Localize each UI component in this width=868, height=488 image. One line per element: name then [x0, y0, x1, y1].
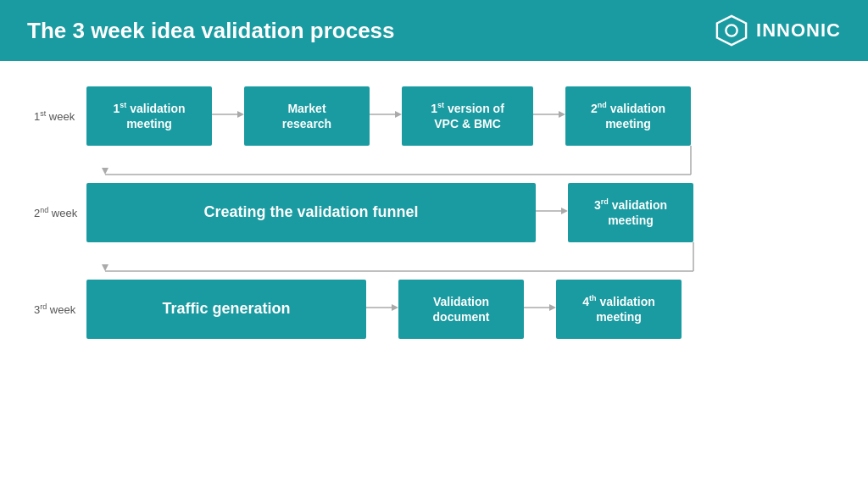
svg-marker-15 [102, 264, 108, 271]
logo: INNONIC [715, 14, 841, 47]
week3-row: 3rd week Traffic generation Validationdo… [34, 280, 834, 339]
svg-marker-0 [717, 16, 746, 45]
process-diagram: 1st week 1st validationmeeting Marketres… [34, 86, 834, 339]
week3-label: 3rd week [34, 302, 86, 316]
week2-row: 2nd week Creating the validation funnel … [34, 183, 834, 242]
arrow-1b-1c [370, 106, 402, 126]
arrow-3b-3c [524, 299, 556, 319]
week2-label: 2nd week [34, 206, 86, 219]
week3-boxes: Traffic generation Validationdocument [86, 280, 834, 339]
l-connector-svg-1 [86, 146, 705, 183]
header: The 3 week idea validation process INNON… [0, 0, 868, 61]
arrow-2a-2b [536, 202, 568, 223]
connector-row1-row2 [86, 146, 834, 183]
arrow-1a-1b [212, 106, 244, 126]
main-content: 1st week 1st validationmeeting Marketres… [0, 61, 868, 356]
box-vpc-bmc: 1st version ofVPC & BMC [402, 86, 533, 146]
l-connector-svg-2 [86, 242, 705, 280]
week1-label: 1st week [34, 109, 86, 123]
week1-boxes: 1st validationmeeting Marketresearch [86, 86, 834, 146]
svg-marker-5 [395, 111, 402, 118]
box-validation-document: Validationdocument [398, 280, 524, 339]
svg-marker-19 [549, 304, 556, 311]
svg-point-1 [726, 25, 737, 36]
logo-icon [715, 14, 748, 47]
svg-marker-12 [561, 208, 568, 214]
svg-marker-10 [102, 168, 108, 175]
svg-marker-7 [559, 111, 565, 118]
week2-boxes: Creating the validation funnel 3rd valid… [86, 183, 834, 242]
box-second-validation-meeting: 2nd validationmeeting [565, 86, 691, 146]
svg-marker-17 [392, 304, 398, 311]
box-validation-funnel: Creating the validation funnel [86, 183, 536, 242]
connector-row2-row3 [86, 242, 834, 280]
week1-row: 1st week 1st validationmeeting Marketres… [34, 86, 834, 146]
arrow-3a-3b [366, 299, 398, 319]
arrow-1c-1d [533, 106, 565, 126]
box-market-research: Marketresearch [244, 86, 370, 146]
page-title: The 3 week idea validation process [27, 18, 395, 44]
box-third-validation-meeting: 3rd validationmeeting [568, 183, 693, 242]
box-first-validation-meeting: 1st validationmeeting [86, 86, 212, 146]
svg-marker-3 [237, 111, 244, 118]
box-traffic-generation: Traffic generation [86, 280, 366, 339]
box-fourth-validation-meeting: 4th validationmeeting [556, 280, 682, 339]
logo-text: INNONIC [756, 19, 841, 42]
